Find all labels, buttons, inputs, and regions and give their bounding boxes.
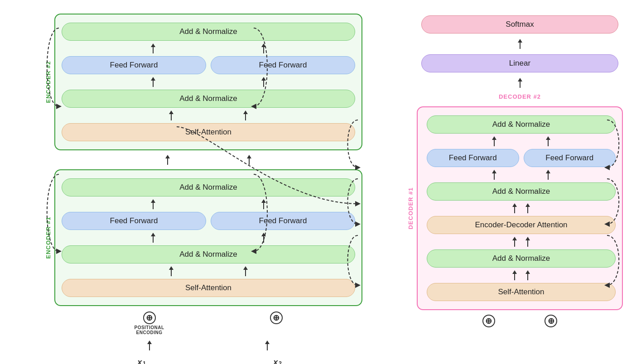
enc1-add-norm-top: Add & Normalize [62,178,355,196]
positional-encoding-plus-left: ⊕ [143,311,156,324]
arrow-enc1-anb-right-up [261,233,266,243]
decoder1-label: DECODER #1 [407,187,414,229]
enc2-self-attention: Self-Attention [62,123,355,141]
decoder2-label: DECODER #2 [417,91,623,103]
arrow-dec1-an-bot-right [525,237,530,247]
x2-sub: 2 [279,360,282,364]
arrow-enc1-ff-left-up [151,199,155,209]
enc2-ff-left: Feed Forward [62,56,206,74]
arrow-linear-to-softmax [518,39,522,49]
arrow-enc1-anb-left-up [151,233,155,243]
enc2-add-norm-top: Add & Normalize [62,23,355,41]
positional-encoding-plus-right: ⊕ [270,311,283,324]
arrow-dec1-eda-right [525,203,530,213]
arrow-dec1-an-bot-left [512,237,517,247]
arrow-dec1-an-enc-left [492,170,496,180]
arrow-enc2-ff-right-up [261,43,266,53]
arrow-enc2-anb-right-up [261,77,266,87]
x2-label: x [273,358,278,364]
dec-plus-left: ⊕ [482,315,495,327]
input-token-x2: x 2 Machines [259,358,296,364]
arrow-enc1-ff-right-up [261,199,266,209]
arrow-enc2-anb-left-up [151,77,155,87]
dec1-ff-left: Feed Forward [427,149,519,167]
dec1-self-attention: Self-Attention [427,283,616,301]
dec1-enc-dec-attention: Encoder-Decoder Attention [427,216,616,234]
enc1-ff-right: Feed Forward [211,212,355,230]
pos-enc-label: POSITIONALENCODING [134,325,164,335]
dec1-add-norm-top: Add & Normalize [427,115,616,134]
arrow-enc-gap-left [165,155,170,165]
arrow-enc1-sa-right [243,266,248,276]
enc2-ff-right: Feed Forward [211,56,355,74]
enc2-add-norm-bottom: Add & Normalize [62,90,355,108]
dec1-ff-right: Feed Forward [524,149,616,167]
softmax-layer: Softmax [421,15,618,34]
dec1-add-norm-encdec: Add & Normalize [427,182,616,201]
arrow-dec1-ff-right-up [546,136,550,146]
arrow-dec1-an-enc-right [546,170,550,180]
enc1-add-norm-bottom: Add & Normalize [62,245,355,263]
arrow-dec1-ff-left-up [492,136,496,146]
arrow-enc1-sa-left [169,266,174,276]
x1-label: x [137,358,142,364]
arrow-dec2-to-linear [518,78,522,88]
enc1-ff-left: Feed Forward [62,212,206,230]
arrow-enc2-sa-right [243,110,248,120]
arrow-enc-gap-right [247,155,251,165]
linear-layer: Linear [421,54,618,72]
dec1-add-norm-bottom: Add & Normalize [427,249,616,268]
arrow-input-left [147,340,152,350]
enc1-self-attention: Self-Attention [62,279,355,297]
arrow-input-right [265,340,270,350]
arrow-dec1-sa-up-left [512,270,517,280]
arrow-dec1-sa-up-right [525,270,530,280]
x1-sub: 1 [143,360,146,364]
arrow-dec1-eda-left [512,203,517,213]
encoder2-label: ENCODER #2 [45,61,52,103]
encoder1-label: ENCODER #1 [45,216,52,259]
arrow-enc2-sa-left [169,110,174,120]
input-token-x1: x 1 Thinking [120,358,162,364]
dec-plus-right: ⊕ [545,315,557,327]
arrow-enc2-ff-left-up [151,43,155,53]
